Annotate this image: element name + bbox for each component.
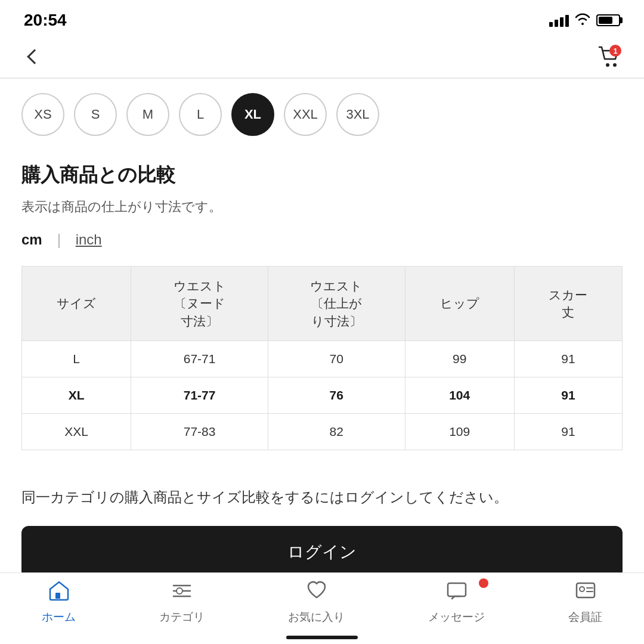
col-header-hip: ヒップ <box>405 267 514 341</box>
cart-button[interactable]: 1 <box>596 44 623 70</box>
status-time: 20:54 <box>24 11 67 30</box>
bottom-nav: ホーム カテゴリ お気に入り メッセージ <box>0 572 644 644</box>
nav-messages[interactable]: メッセージ <box>428 581 485 625</box>
header: 1 <box>0 36 644 78</box>
unit-toggle: cm ｜ inch <box>21 230 623 249</box>
nav-favorites-label: お気に入り <box>288 609 345 625</box>
nav-membership-label: 会員証 <box>568 609 602 625</box>
size-s-button[interactable]: S <box>74 93 117 136</box>
size-xl-button[interactable]: XL <box>231 93 274 136</box>
category-icon <box>171 581 193 606</box>
cell-waist-finish-xl: 76 <box>268 377 405 414</box>
login-description: 同一カテゴリの購入商品とサイズ比較をするにはログインしてください。 <box>21 486 623 509</box>
col-header-size: サイズ <box>22 267 131 341</box>
table-row-highlight: XL 71-77 76 104 91 <box>22 377 623 414</box>
svg-point-1 <box>613 63 617 67</box>
cart-badge: 1 <box>609 45 621 57</box>
unit-separator: ｜ <box>52 230 66 249</box>
back-arrow-icon <box>27 49 42 64</box>
size-3xl-button[interactable]: 3XL <box>336 93 379 136</box>
col-header-waist-finish: ウエスト〔仕上がり寸法〕 <box>268 267 405 341</box>
unit-inch-button[interactable]: inch <box>76 231 102 248</box>
cell-hip: 99 <box>405 341 514 377</box>
cell-skirt: 91 <box>514 341 622 377</box>
status-icons <box>549 12 620 29</box>
nav-home-label: ホーム <box>42 609 76 625</box>
cell-hip-xxl: 109 <box>405 414 514 450</box>
section-title: 購入商品との比較 <box>21 162 623 188</box>
status-bar: 20:54 <box>0 0 644 36</box>
cell-waist-finish-xxl: 82 <box>268 414 405 450</box>
size-l-button[interactable]: L <box>179 93 222 136</box>
svg-rect-7 <box>448 583 466 596</box>
table-row: L 67-71 70 99 91 <box>22 341 623 377</box>
message-badge <box>479 578 488 588</box>
back-button[interactable] <box>21 44 48 70</box>
login-button[interactable]: ログイン <box>21 526 623 578</box>
nav-category-label: カテゴリ <box>159 609 205 625</box>
cell-size-xl: XL <box>22 377 131 414</box>
size-xxl-button[interactable]: XXL <box>284 93 327 136</box>
cell-hip-xl: 104 <box>405 377 514 414</box>
nav-home[interactable]: ホーム <box>42 581 76 625</box>
cell-waist-finish: 70 <box>268 341 405 377</box>
message-icon <box>446 581 467 606</box>
size-selector: XS S M L XL XXL 3XL <box>0 79 644 150</box>
home-indicator <box>286 636 358 639</box>
nav-favorites[interactable]: お気に入り <box>288 581 345 625</box>
svg-point-6 <box>177 588 182 594</box>
section-subtitle: 表示は商品の仕上がり寸法です。 <box>21 198 623 216</box>
nav-messages-label: メッセージ <box>428 609 485 625</box>
nav-category[interactable]: カテゴリ <box>159 581 205 625</box>
cell-size: L <box>22 341 131 377</box>
col-header-skirt: スカー丈 <box>514 267 622 341</box>
unit-cm-label[interactable]: cm <box>21 231 42 248</box>
table-row: XXL 77-83 82 109 91 <box>22 414 623 450</box>
membership-icon <box>575 581 596 606</box>
size-table: サイズ ウエスト〔ヌード寸法〕 ウエスト〔仕上がり寸法〕 ヒップ スカー丈 L … <box>21 266 623 450</box>
size-m-button[interactable]: M <box>126 93 169 136</box>
size-xs-button[interactable]: XS <box>21 93 64 136</box>
col-header-waist-nude: ウエスト〔ヌード寸法〕 <box>131 267 268 341</box>
cell-waist-nude-xl: 71-77 <box>131 377 268 414</box>
cell-skirt-xl: 91 <box>514 377 622 414</box>
home-icon <box>48 581 70 606</box>
nav-membership[interactable]: 会員証 <box>568 581 602 625</box>
heart-icon <box>306 581 327 606</box>
cell-waist-nude: 67-71 <box>131 341 268 377</box>
svg-point-0 <box>606 63 609 67</box>
svg-point-9 <box>580 587 584 592</box>
wifi-icon <box>575 12 590 29</box>
battery-icon <box>596 14 620 26</box>
svg-rect-2 <box>55 593 60 599</box>
cell-waist-nude-xxl: 77-83 <box>131 414 268 450</box>
content-area: 購入商品との比較 表示は商品の仕上がり寸法です。 cm ｜ inch サイズ ウ… <box>0 150 644 486</box>
cell-skirt-xxl: 91 <box>514 414 622 450</box>
cell-size-xxl: XXL <box>22 414 131 450</box>
signal-icon <box>549 14 569 27</box>
